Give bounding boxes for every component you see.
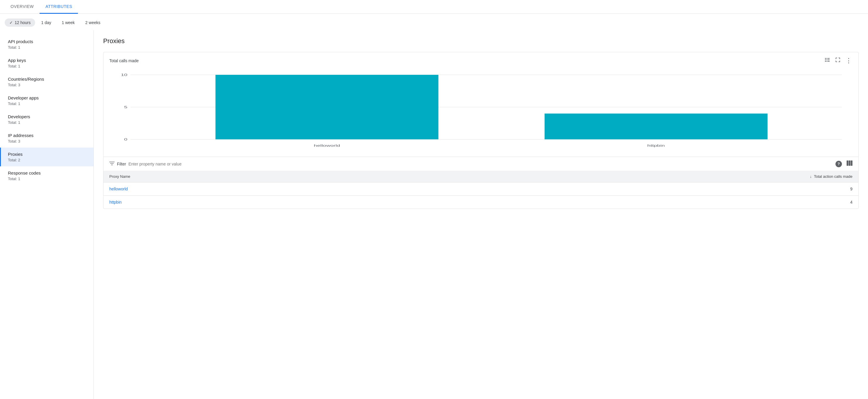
- top-nav-tabs: OVERVIEW ATTRIBUTES: [0, 0, 868, 14]
- sidebar-item-developers-name: Developers: [8, 114, 87, 119]
- time-filter-1day-label: 1 day: [41, 20, 51, 25]
- tab-attributes[interactable]: ATTRIBUTES: [39, 0, 78, 14]
- filter-row: Filter ?: [103, 157, 858, 171]
- svg-rect-18: [849, 161, 850, 166]
- sidebar-item-response-codes-total: Total: 1: [8, 177, 87, 181]
- svg-text:10: 10: [121, 73, 127, 77]
- svg-text:httpbin: httpbin: [647, 144, 665, 147]
- bar-helloworld: [215, 75, 438, 139]
- col-total-calls[interactable]: ↓ Total action calls made: [387, 171, 858, 182]
- filter-label: Filter: [117, 162, 126, 166]
- proxy-link-httpbin[interactable]: httpbin: [109, 200, 122, 204]
- table-cell-proxy-name-2: httpbin: [103, 196, 387, 209]
- time-filter-2weeks[interactable]: 2 weeks: [81, 19, 105, 27]
- sidebar-item-developer-apps-name: Developer apps: [8, 95, 87, 100]
- sidebar-item-countries-regions[interactable]: Countries/Regions Total: 3: [0, 73, 93, 91]
- svg-text:5: 5: [124, 105, 127, 109]
- chart-fullscreen-icon[interactable]: [835, 57, 841, 64]
- col-total-calls-label: Total action calls made: [814, 174, 852, 179]
- bar-chart-container: 10 5 0 helloworld httpbin: [103, 66, 858, 157]
- table-cell-total-calls-2: 4: [387, 196, 858, 209]
- chart-header: Total calls made: [103, 52, 858, 66]
- sidebar-item-developers[interactable]: Developers Total: 1: [0, 110, 93, 129]
- sidebar-item-api-products-name: API products: [8, 39, 87, 44]
- time-filter-1week-label: 1 week: [62, 20, 75, 25]
- filter-right-icons: ?: [835, 161, 852, 167]
- bar-httpbin: [545, 114, 768, 139]
- proxy-link-helloworld[interactable]: helloworld: [109, 187, 128, 191]
- data-table: Proxy Name ↓ Total action calls made hel…: [103, 171, 858, 208]
- filter-columns-icon[interactable]: [847, 161, 852, 167]
- content-area: Proxies Total calls made: [94, 30, 868, 399]
- sidebar: API products Total: 1 App keys Total: 1 …: [0, 30, 94, 399]
- check-icon: ✓: [9, 20, 13, 25]
- table-cell-proxy-name-1: helloworld: [103, 182, 387, 196]
- chart-actions: ⋮: [824, 57, 852, 64]
- svg-rect-17: [847, 161, 848, 166]
- main-layout: API products Total: 1 App keys Total: 1 …: [0, 30, 868, 399]
- sidebar-item-countries-regions-name: Countries/Regions: [8, 77, 87, 82]
- page-title: Proxies: [103, 37, 859, 45]
- filter-input[interactable]: [128, 162, 833, 166]
- sidebar-item-response-codes[interactable]: Response codes Total: 1: [0, 166, 93, 185]
- bar-chart-svg: 10 5 0 helloworld httpbin: [109, 69, 852, 151]
- sidebar-item-ip-addresses-total: Total: 3: [8, 139, 87, 143]
- filter-icon: [109, 161, 115, 167]
- table-header-row: Proxy Name ↓ Total action calls made: [103, 171, 858, 182]
- tab-overview[interactable]: OVERVIEW: [5, 0, 39, 14]
- sidebar-item-developer-apps[interactable]: Developer apps Total: 1: [0, 91, 93, 110]
- sidebar-item-app-keys[interactable]: App keys Total: 1: [0, 54, 93, 73]
- svg-text:0: 0: [124, 138, 127, 141]
- sidebar-item-api-products-total: Total: 1: [8, 45, 87, 50]
- sidebar-item-proxies-name: Proxies: [8, 152, 87, 157]
- sidebar-item-app-keys-name: App keys: [8, 58, 87, 63]
- chart-more-icon[interactable]: ⋮: [845, 57, 852, 64]
- col-proxy-name: Proxy Name: [103, 171, 387, 182]
- sidebar-item-countries-regions-total: Total: 3: [8, 83, 87, 87]
- time-filter-1day[interactable]: 1 day: [36, 19, 56, 27]
- chart-title: Total calls made: [109, 58, 138, 63]
- time-filter-12hours[interactable]: ✓ 12 hours: [5, 19, 35, 27]
- time-filter-2weeks-label: 2 weeks: [85, 20, 100, 25]
- table-row: helloworld 9: [103, 182, 858, 196]
- filter-help-icon[interactable]: ?: [835, 161, 842, 167]
- sidebar-item-app-keys-total: Total: 1: [8, 64, 87, 68]
- sidebar-item-ip-addresses[interactable]: IP addresses Total: 3: [0, 129, 93, 148]
- sidebar-item-response-codes-name: Response codes: [8, 170, 87, 175]
- table-row: httpbin 4: [103, 196, 858, 209]
- time-filter-bar: ✓ 12 hours 1 day 1 week 2 weeks: [0, 14, 868, 30]
- sidebar-item-proxies[interactable]: Proxies Total: 2: [0, 148, 93, 166]
- sidebar-item-api-products[interactable]: API products Total: 1: [0, 35, 93, 54]
- sidebar-item-ip-addresses-name: IP addresses: [8, 133, 87, 138]
- svg-rect-19: [851, 161, 852, 166]
- svg-text:helloworld: helloworld: [314, 144, 340, 147]
- time-filter-12hours-label: 12 hours: [14, 20, 30, 25]
- sidebar-item-developers-total: Total: 1: [8, 120, 87, 125]
- chart-legend-icon[interactable]: [824, 57, 830, 64]
- time-filter-1week[interactable]: 1 week: [57, 19, 80, 27]
- table-cell-total-calls-1: 9: [387, 182, 858, 196]
- sidebar-item-proxies-total: Total: 2: [8, 158, 87, 162]
- sidebar-item-developer-apps-total: Total: 1: [8, 102, 87, 106]
- sort-arrow-icon: ↓: [810, 174, 812, 179]
- chart-card: Total calls made: [103, 52, 859, 209]
